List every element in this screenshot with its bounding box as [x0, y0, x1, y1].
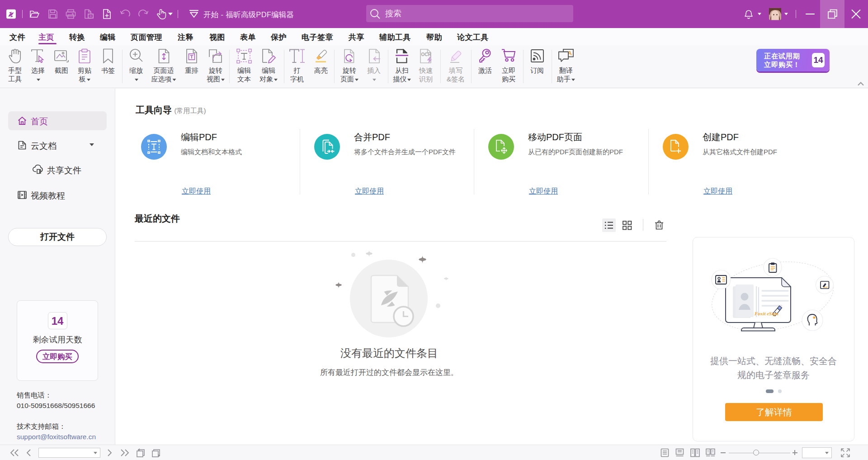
svg-text:OCR: OCR — [421, 52, 432, 57]
svg-text:Foxit eSign: Foxit eSign — [754, 311, 778, 316]
